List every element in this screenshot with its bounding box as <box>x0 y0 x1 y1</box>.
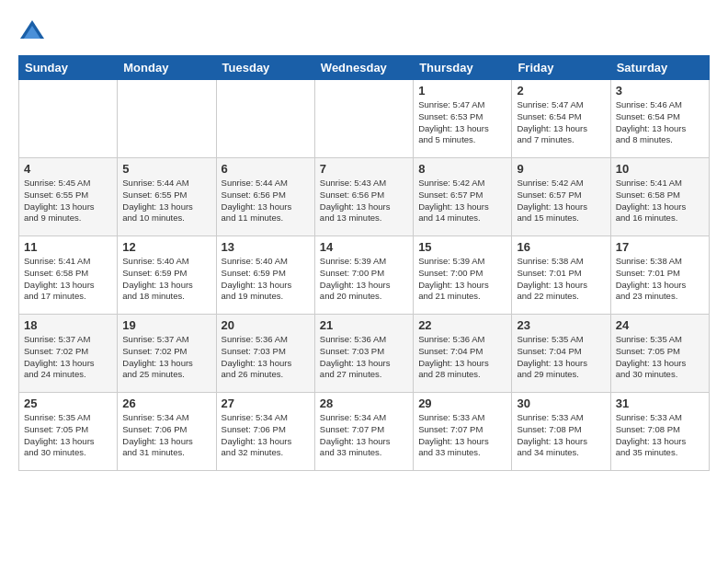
day-number: 5 <box>122 162 210 176</box>
day-info: Sunrise: 5:36 AM Sunset: 7:03 PM Dayligh… <box>320 334 408 381</box>
calendar-cell: 21Sunrise: 5:36 AM Sunset: 7:03 PM Dayli… <box>314 315 413 393</box>
day-info: Sunrise: 5:38 AM Sunset: 7:01 PM Dayligh… <box>616 256 704 303</box>
calendar-week-row: 4Sunrise: 5:45 AM Sunset: 6:55 PM Daylig… <box>19 158 710 236</box>
day-number: 23 <box>517 318 605 332</box>
calendar-cell: 28Sunrise: 5:34 AM Sunset: 7:07 PM Dayli… <box>314 393 413 471</box>
day-number: 27 <box>222 396 310 410</box>
day-info: Sunrise: 5:36 AM Sunset: 7:04 PM Dayligh… <box>418 334 506 381</box>
calendar-cell: 18Sunrise: 5:37 AM Sunset: 7:02 PM Dayli… <box>19 315 118 393</box>
logo-icon <box>18 18 46 46</box>
day-number: 22 <box>418 318 506 332</box>
day-info: Sunrise: 5:37 AM Sunset: 7:02 PM Dayligh… <box>122 334 210 381</box>
calendar-cell: 2Sunrise: 5:47 AM Sunset: 6:54 PM Daylig… <box>512 80 610 158</box>
calendar-cell: 29Sunrise: 5:33 AM Sunset: 7:07 PM Dayli… <box>414 393 512 471</box>
calendar-cell: 1Sunrise: 5:47 AM Sunset: 6:53 PM Daylig… <box>414 80 512 158</box>
day-info: Sunrise: 5:42 AM Sunset: 6:57 PM Dayligh… <box>517 178 605 224</box>
day-info: Sunrise: 5:35 AM Sunset: 7:05 PM Dayligh… <box>616 334 704 381</box>
day-info: Sunrise: 5:33 AM Sunset: 7:08 PM Dayligh… <box>616 412 704 459</box>
day-number: 19 <box>122 318 210 332</box>
calendar-cell: 15Sunrise: 5:39 AM Sunset: 7:00 PM Dayli… <box>414 236 512 315</box>
day-number: 17 <box>616 240 704 254</box>
day-info: Sunrise: 5:38 AM Sunset: 7:01 PM Dayligh… <box>517 256 605 303</box>
day-number: 28 <box>320 396 408 410</box>
calendar-week-row: 25Sunrise: 5:35 AM Sunset: 7:05 PM Dayli… <box>19 393 710 471</box>
day-number: 21 <box>320 318 408 332</box>
day-number: 31 <box>616 396 704 410</box>
day-number: 24 <box>616 318 704 332</box>
calendar-cell: 23Sunrise: 5:35 AM Sunset: 7:04 PM Dayli… <box>512 315 610 393</box>
day-number: 4 <box>24 162 112 176</box>
day-number: 12 <box>122 240 210 254</box>
day-info: Sunrise: 5:34 AM Sunset: 7:06 PM Dayligh… <box>222 412 310 459</box>
calendar-cell <box>314 80 413 158</box>
day-info: Sunrise: 5:44 AM Sunset: 6:55 PM Dayligh… <box>122 178 210 224</box>
day-info: Sunrise: 5:42 AM Sunset: 6:57 PM Dayligh… <box>418 178 506 224</box>
calendar-cell: 12Sunrise: 5:40 AM Sunset: 6:59 PM Dayli… <box>118 236 216 315</box>
calendar-header-saturday: Saturday <box>610 56 709 80</box>
calendar-cell: 26Sunrise: 5:34 AM Sunset: 7:06 PM Dayli… <box>118 393 216 471</box>
calendar-header-tuesday: Tuesday <box>216 56 314 80</box>
day-number: 8 <box>418 162 506 176</box>
day-number: 3 <box>616 84 704 98</box>
calendar-cell: 7Sunrise: 5:43 AM Sunset: 6:56 PM Daylig… <box>314 158 413 236</box>
calendar-header-thursday: Thursday <box>414 56 512 80</box>
calendar-cell: 25Sunrise: 5:35 AM Sunset: 7:05 PM Dayli… <box>19 393 118 471</box>
calendar-cell <box>19 80 118 158</box>
day-info: Sunrise: 5:40 AM Sunset: 6:59 PM Dayligh… <box>222 256 310 303</box>
calendar-cell: 19Sunrise: 5:37 AM Sunset: 7:02 PM Dayli… <box>118 315 216 393</box>
logo <box>18 18 48 46</box>
calendar-cell: 5Sunrise: 5:44 AM Sunset: 6:55 PM Daylig… <box>118 158 216 236</box>
day-number: 26 <box>122 396 210 410</box>
day-info: Sunrise: 5:34 AM Sunset: 7:07 PM Dayligh… <box>320 412 408 459</box>
day-number: 1 <box>418 84 506 98</box>
day-info: Sunrise: 5:35 AM Sunset: 7:05 PM Dayligh… <box>24 412 112 459</box>
calendar-header-row: SundayMondayTuesdayWednesdayThursdayFrid… <box>19 56 710 80</box>
day-number: 2 <box>517 84 605 98</box>
day-info: Sunrise: 5:45 AM Sunset: 6:55 PM Dayligh… <box>24 178 112 224</box>
day-info: Sunrise: 5:44 AM Sunset: 6:56 PM Dayligh… <box>222 178 310 224</box>
day-number: 18 <box>24 318 112 332</box>
day-info: Sunrise: 5:39 AM Sunset: 7:00 PM Dayligh… <box>320 256 408 303</box>
calendar-cell <box>118 80 216 158</box>
calendar-cell: 3Sunrise: 5:46 AM Sunset: 6:54 PM Daylig… <box>610 80 709 158</box>
day-info: Sunrise: 5:46 AM Sunset: 6:54 PM Dayligh… <box>616 99 704 146</box>
day-info: Sunrise: 5:36 AM Sunset: 7:03 PM Dayligh… <box>222 334 310 381</box>
calendar-week-row: 1Sunrise: 5:47 AM Sunset: 6:53 PM Daylig… <box>19 80 710 158</box>
calendar-cell: 24Sunrise: 5:35 AM Sunset: 7:05 PM Dayli… <box>610 315 709 393</box>
day-info: Sunrise: 5:41 AM Sunset: 6:58 PM Dayligh… <box>616 178 704 224</box>
calendar-cell: 30Sunrise: 5:33 AM Sunset: 7:08 PM Dayli… <box>512 393 610 471</box>
calendar-cell: 16Sunrise: 5:38 AM Sunset: 7:01 PM Dayli… <box>512 236 610 315</box>
day-info: Sunrise: 5:39 AM Sunset: 7:00 PM Dayligh… <box>418 256 506 303</box>
calendar-cell: 10Sunrise: 5:41 AM Sunset: 6:58 PM Dayli… <box>610 158 709 236</box>
day-number: 11 <box>24 240 112 254</box>
calendar-cell <box>216 80 314 158</box>
day-info: Sunrise: 5:47 AM Sunset: 6:53 PM Dayligh… <box>418 99 506 146</box>
calendar-week-row: 11Sunrise: 5:41 AM Sunset: 6:58 PM Dayli… <box>19 236 710 315</box>
day-info: Sunrise: 5:33 AM Sunset: 7:07 PM Dayligh… <box>418 412 506 459</box>
calendar-cell: 6Sunrise: 5:44 AM Sunset: 6:56 PM Daylig… <box>216 158 314 236</box>
day-number: 6 <box>222 162 310 176</box>
calendar-cell: 11Sunrise: 5:41 AM Sunset: 6:58 PM Dayli… <box>19 236 118 315</box>
day-info: Sunrise: 5:37 AM Sunset: 7:02 PM Dayligh… <box>24 334 112 381</box>
day-number: 13 <box>222 240 310 254</box>
day-number: 7 <box>320 162 408 176</box>
calendar-cell: 20Sunrise: 5:36 AM Sunset: 7:03 PM Dayli… <box>216 315 314 393</box>
day-number: 10 <box>616 162 704 176</box>
calendar-cell: 14Sunrise: 5:39 AM Sunset: 7:00 PM Dayli… <box>314 236 413 315</box>
day-info: Sunrise: 5:47 AM Sunset: 6:54 PM Dayligh… <box>517 99 605 146</box>
calendar-cell: 13Sunrise: 5:40 AM Sunset: 6:59 PM Dayli… <box>216 236 314 315</box>
page-header <box>18 18 710 46</box>
day-number: 14 <box>320 240 408 254</box>
day-info: Sunrise: 5:41 AM Sunset: 6:58 PM Dayligh… <box>24 256 112 303</box>
calendar-header-friday: Friday <box>512 56 610 80</box>
calendar-cell: 4Sunrise: 5:45 AM Sunset: 6:55 PM Daylig… <box>19 158 118 236</box>
calendar-cell: 17Sunrise: 5:38 AM Sunset: 7:01 PM Dayli… <box>610 236 709 315</box>
day-info: Sunrise: 5:34 AM Sunset: 7:06 PM Dayligh… <box>122 412 210 459</box>
calendar-cell: 31Sunrise: 5:33 AM Sunset: 7:08 PM Dayli… <box>610 393 709 471</box>
day-number: 9 <box>517 162 605 176</box>
calendar-cell: 22Sunrise: 5:36 AM Sunset: 7:04 PM Dayli… <box>414 315 512 393</box>
calendar-header-monday: Monday <box>118 56 216 80</box>
day-info: Sunrise: 5:43 AM Sunset: 6:56 PM Dayligh… <box>320 178 408 224</box>
calendar-header-wednesday: Wednesday <box>314 56 413 80</box>
calendar-cell: 9Sunrise: 5:42 AM Sunset: 6:57 PM Daylig… <box>512 158 610 236</box>
